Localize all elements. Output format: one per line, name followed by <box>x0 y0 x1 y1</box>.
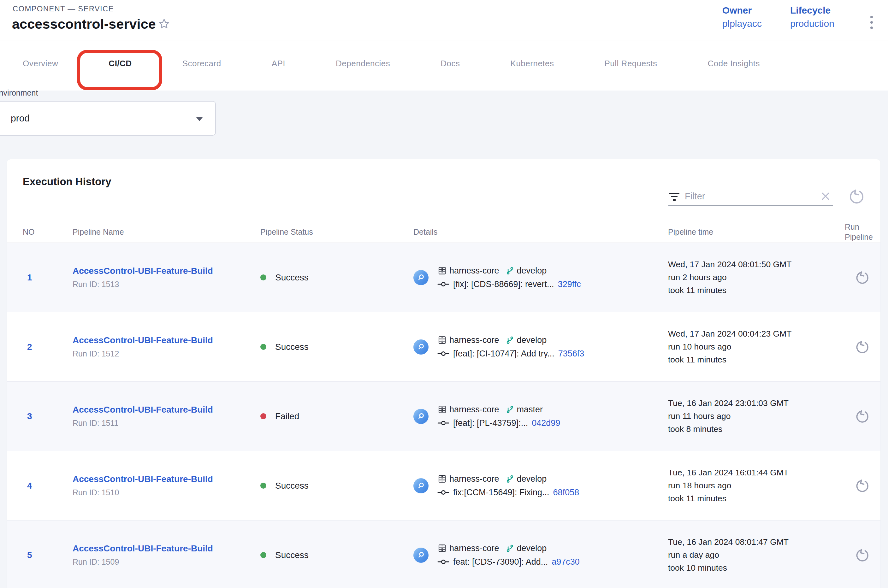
status-text: Failed <box>275 411 299 422</box>
table-row: 5 AccessControl-UBI-Feature-Build Run ID… <box>7 520 880 588</box>
tab-cicd[interactable]: CI/CD <box>108 58 132 68</box>
commit-hash-link[interactable]: 7356f3 <box>558 349 584 358</box>
details-cell: harness-core develop <box>413 266 668 289</box>
section-title: Execution History <box>23 176 111 188</box>
run-pipeline-button[interactable] <box>855 478 870 493</box>
table-header: NO Pipeline Name Pipeline Status Details… <box>7 221 880 243</box>
environment-label: Environment <box>0 88 38 98</box>
filter-funnel-icon <box>669 192 680 201</box>
pipeline-execution-icon[interactable] <box>413 339 428 355</box>
column-no: NO <box>23 227 72 237</box>
commit-icon <box>437 558 449 566</box>
clear-filter-icon[interactable] <box>819 190 832 202</box>
app-header: COMPONENT — SERVICE accesscontrol-servic… <box>0 0 888 40</box>
status-cell: Failed <box>260 411 413 422</box>
commit-message: [feat]: [CI-10747]: Add try... <box>453 349 554 358</box>
column-details: Details <box>413 227 668 237</box>
commit-icon <box>437 488 449 496</box>
pipeline-execution-icon[interactable] <box>413 478 428 494</box>
lifecycle-label: Lifecycle <box>790 5 834 16</box>
pipeline-time-cell: Tue, 16 Jan 2024 08:01:47 GMT run a day … <box>668 536 845 574</box>
tab-docs[interactable]: Docs <box>440 58 460 69</box>
repository-icon <box>437 474 447 484</box>
environment-selected-value: prod <box>11 113 30 124</box>
pipeline-time-ago: run 2 hours ago <box>668 271 845 284</box>
run-pipeline-button[interactable] <box>855 409 870 424</box>
filter-input[interactable] <box>685 191 819 202</box>
commit-message: fix:[CCM-15649]: Fixing... <box>453 488 549 498</box>
tab-scorecard[interactable]: Scorecard <box>182 58 221 69</box>
branch-name: develop <box>517 335 547 345</box>
pipeline-time-date: Tue, 16 Jan 2024 08:01:47 GMT <box>668 536 845 549</box>
owner-link[interactable]: plplayacc <box>722 18 762 29</box>
run-id: Run ID: 1513 <box>72 280 260 289</box>
pipeline-name-link[interactable]: AccessControl-UBI-Feature-Build <box>72 405 260 415</box>
lifecycle-link[interactable]: production <box>790 18 834 29</box>
repository-icon <box>437 405 447 414</box>
details-cell: harness-core develop <box>413 335 668 358</box>
pipeline-execution-icon[interactable] <box>413 548 428 563</box>
pipeline-name-link[interactable]: AccessControl-UBI-Feature-Build <box>72 543 260 554</box>
commit-hash-link[interactable]: a97c30 <box>551 557 580 567</box>
tab-bar: Overview CI/CD Scorecard API Dependencie… <box>0 40 888 90</box>
tab-kubernetes[interactable]: Kubernetes <box>511 58 554 69</box>
column-run-pipeline: Run Pipeline <box>845 222 880 242</box>
run-pipeline-button[interactable] <box>855 548 870 562</box>
branch-name: develop <box>517 543 547 553</box>
favorite-star-icon[interactable] <box>158 18 170 30</box>
column-pipeline-time: Pipeline time <box>668 227 845 237</box>
table-row: 1 AccessControl-UBI-Feature-Build Run ID… <box>7 243 880 312</box>
pipeline-execution-icon[interactable] <box>413 270 428 285</box>
branch-icon <box>506 544 514 553</box>
pipeline-time-cell: Wed, 17 Jan 2024 08:01:50 GMT run 2 hour… <box>668 258 845 297</box>
status-cell: Success <box>260 481 413 491</box>
status-dot <box>260 552 266 558</box>
more-options-kebab-icon[interactable] <box>868 13 875 32</box>
tab-code-insights[interactable]: Code Insights <box>708 58 760 69</box>
lifecycle-block: Lifecycle production <box>790 5 834 29</box>
pipeline-name-link[interactable]: AccessControl-UBI-Feature-Build <box>72 266 260 276</box>
owner-block: Owner plplayacc <box>722 5 762 29</box>
commit-hash-link[interactable]: 329ffc <box>558 279 581 289</box>
pipeline-execution-icon[interactable] <box>413 409 428 424</box>
repo-name: harness-core <box>449 543 499 553</box>
repository-icon <box>437 266 447 275</box>
status-text: Success <box>275 481 309 491</box>
run-pipeline-button[interactable] <box>855 340 870 354</box>
pipeline-time-took: took 10 minutes <box>668 561 845 574</box>
pipeline-time-ago: run 11 hours ago <box>668 410 845 423</box>
details-cell: harness-core develop <box>413 543 668 567</box>
status-text: Success <box>275 342 309 352</box>
table-row: 4 AccessControl-UBI-Feature-Build Run ID… <box>7 451 880 520</box>
environment-select[interactable]: prod <box>0 101 216 136</box>
repo-name: harness-core <box>449 405 499 414</box>
run-id: Run ID: 1510 <box>72 488 260 497</box>
pipeline-name-link[interactable]: AccessControl-UBI-Feature-Build <box>72 335 260 345</box>
run-pipeline-button[interactable] <box>855 270 870 285</box>
column-pipeline-name: Pipeline Name <box>72 227 260 237</box>
active-tab-underline <box>82 87 152 89</box>
table-row: 3 AccessControl-UBI-Feature-Build Run ID… <box>7 382 880 451</box>
branch-icon <box>506 405 514 414</box>
pipeline-time-took: took 11 minutes <box>668 284 845 297</box>
entity-kind-label: COMPONENT — SERVICE <box>13 4 114 13</box>
commit-hash-link[interactable]: 042d99 <box>532 418 560 428</box>
pipeline-time-date: Tue, 16 Jan 2024 16:01:44 GMT <box>668 466 845 479</box>
row-number: 4 <box>23 481 32 490</box>
commit-hash-link[interactable]: 68f058 <box>553 488 579 498</box>
commit-icon <box>437 419 449 427</box>
branch-icon <box>506 266 514 275</box>
pipeline-time-cell: Tue, 16 Jan 2024 23:01:03 GMT run 11 hou… <box>668 397 845 436</box>
filter-box <box>669 187 833 206</box>
tab-api[interactable]: API <box>272 58 285 69</box>
tab-overview[interactable]: Overview <box>23 58 58 69</box>
repo-name: harness-core <box>449 474 499 484</box>
row-number: 1 <box>23 273 32 282</box>
tab-dependencies[interactable]: Dependencies <box>336 58 390 69</box>
pipeline-name-link[interactable]: AccessControl-UBI-Feature-Build <box>72 474 260 484</box>
tab-pull-requests[interactable]: Pull Requests <box>605 58 657 69</box>
repository-icon <box>437 335 447 345</box>
status-dot <box>260 413 266 419</box>
refresh-icon[interactable] <box>849 188 865 205</box>
status-cell: Success <box>260 550 413 560</box>
